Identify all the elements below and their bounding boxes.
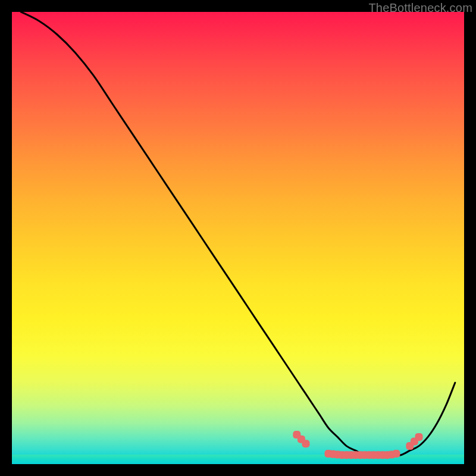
optimal-band (12, 455, 464, 464)
plot-area (12, 12, 464, 464)
background-gradient (12, 12, 464, 464)
chart-frame (12, 12, 464, 464)
